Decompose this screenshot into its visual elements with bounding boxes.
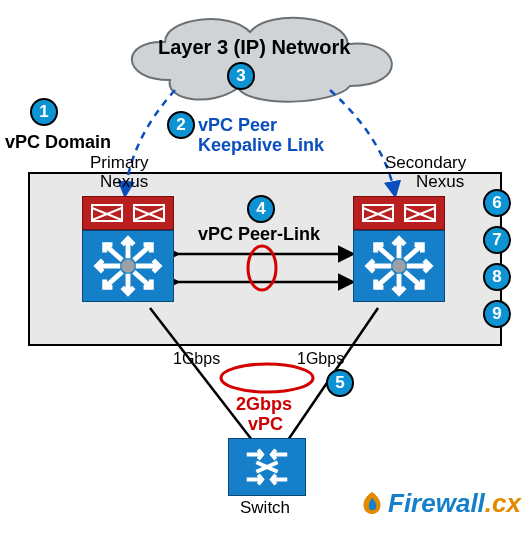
svg-point-6 <box>121 259 135 273</box>
keepalive-label-l2: Keepalive Link <box>198 135 324 156</box>
layer3-title: Layer 3 (IP) Network <box>158 36 350 59</box>
downlink-left-speed: 1Gbps <box>173 350 220 368</box>
aggregate-speed: 2Gbps <box>236 394 292 415</box>
firewall-cx-logo: Firewall.cx <box>356 488 521 519</box>
badge-8: 8 <box>483 263 511 291</box>
svg-point-7 <box>392 259 406 273</box>
badge-3: 3 <box>227 62 255 90</box>
secondary-nexus-label-l2: Nexus <box>416 172 464 192</box>
badge-7: 7 <box>483 226 511 254</box>
badge-6: 6 <box>483 189 511 217</box>
badge-1: 1 <box>30 98 58 126</box>
logo-text-b: .cx <box>485 488 521 518</box>
badge-2: 2 <box>167 111 195 139</box>
aggregate-label: vPC <box>248 414 283 435</box>
badge-9: 9 <box>483 300 511 328</box>
peerlink-label: vPC Peer-Link <box>198 224 320 245</box>
badge-4: 4 <box>247 195 275 223</box>
vpc-domain-label: vPC Domain <box>5 132 111 153</box>
secondary-nexus-device <box>353 196 445 302</box>
switch-label: Switch <box>240 498 290 518</box>
downlink-right-speed: 1Gbps <box>297 350 344 368</box>
access-switch-device <box>228 438 306 496</box>
svg-point-5 <box>221 364 313 392</box>
badge-5: 5 <box>326 369 354 397</box>
primary-nexus-device <box>82 196 174 302</box>
keepalive-label-l1: vPC Peer <box>198 115 277 136</box>
primary-nexus-label-l1: Primary <box>90 153 149 173</box>
primary-nexus-label-l2: Nexus <box>100 172 148 192</box>
logo-text-a: Firewall <box>388 488 485 518</box>
secondary-nexus-label-l1: Secondary <box>385 153 466 173</box>
